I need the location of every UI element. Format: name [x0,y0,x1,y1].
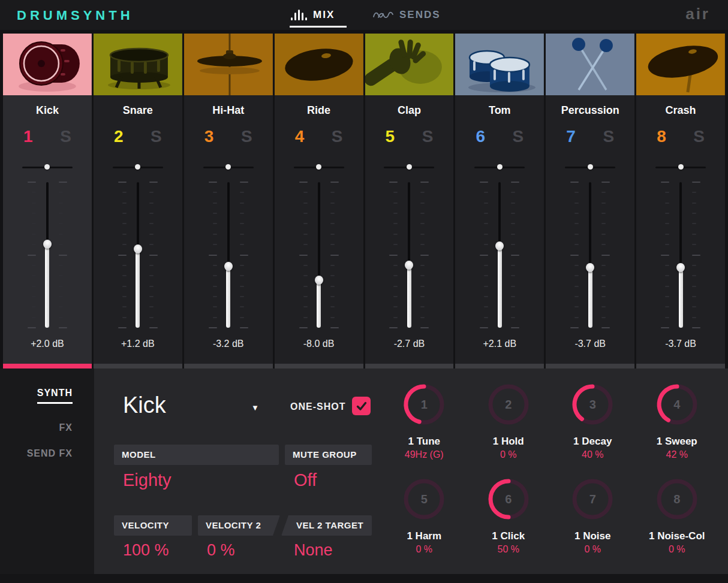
hihat-thumbnail[interactable] [184,34,273,95]
pan-slider[interactable] [474,163,525,171]
velocity-value[interactable]: 100 % [123,541,169,560]
instrument-selector[interactable]: Kick [123,392,166,418]
fader-tick [511,317,515,318]
knob-dial-7[interactable]: 7 [570,476,615,522]
fader-tick [511,223,515,224]
pan-slider[interactable] [113,163,163,171]
knob-dial-2[interactable]: 2 [486,382,531,427]
volume-fader[interactable] [636,182,725,328]
fader-tick [574,192,579,193]
one-shot-checkbox[interactable] [352,397,371,415]
pan-handle[interactable] [407,164,412,170]
knob-dial-1[interactable]: 1 [401,382,447,427]
kick-thumbnail[interactable] [3,34,92,95]
volume-fader[interactable] [365,182,454,328]
solo-button[interactable]: S [693,127,705,146]
fader-ticks-right [601,182,610,328]
volume-fader[interactable] [455,182,544,328]
pan-handle[interactable] [678,164,684,170]
knob-dial-8[interactable]: 8 [654,476,700,522]
model-field-label: MODEL [114,445,279,465]
channel-number: 6 [476,127,485,146]
tom-thumbnail[interactable] [455,34,544,95]
pan-slider[interactable] [203,163,254,171]
fader-tick [213,244,217,245]
sidebar-item-send-fx[interactable]: SEND FX [27,448,73,459]
pan-slider[interactable] [655,163,706,171]
channel-strip-tom[interactable]: Tom 6 S +2.1 dB [455,34,544,368]
fader-handle[interactable] [134,244,142,253]
pan-handle[interactable] [588,164,593,170]
snare-thumbnail[interactable] [94,34,182,95]
solo-button[interactable]: S [603,127,614,146]
solo-button[interactable]: S [241,127,252,146]
fader-handle[interactable] [43,240,52,249]
volume-fader[interactable] [184,182,273,328]
channel-strip-ride[interactable]: Ride 4 S -8.0 dB [275,34,363,368]
channel-strip-kick[interactable]: Kick 1 S +2.0 dB [3,34,92,368]
channel-strip-hi-hat[interactable]: Hi-Hat 3 S -3.2 dB [184,34,273,368]
solo-button[interactable]: S [513,127,524,146]
sidebar-item-fx[interactable]: FX [59,422,73,433]
volume-fader[interactable] [3,182,92,328]
knob-dial-5[interactable]: 5 [401,476,447,522]
mute-group-value[interactable]: Off [294,470,317,490]
pan-slider[interactable] [565,163,615,171]
pan-handle[interactable] [316,164,321,170]
solo-button[interactable]: S [60,127,71,146]
pan-handle[interactable] [497,164,503,170]
ride-thumbnail[interactable] [275,34,363,95]
dropdown-caret-icon[interactable]: ▼ [251,403,259,412]
channel-select-bar [3,364,92,368]
knob-label: 1 Decay [573,436,612,448]
fader-tick [240,244,244,245]
fader-tick [240,265,244,266]
tab-sends[interactable]: SENDS [373,0,441,30]
knob-dial-3[interactable]: 3 [570,382,615,427]
knob-label: 1 Harm [407,530,441,542]
fader-tick [601,317,606,318]
fader-handle[interactable] [495,241,504,250]
fader-handle[interactable] [676,263,685,272]
knob-dial-4[interactable]: 4 [654,382,700,427]
knob-label: 1 Click [492,530,525,542]
channel-strip-snare[interactable]: Snare 2 S +1.2 dB [94,34,182,368]
pan-slider[interactable] [22,163,73,171]
model-value[interactable]: Eighty [123,470,172,490]
pan-handle[interactable] [225,164,231,170]
solo-button[interactable]: S [332,127,343,146]
fader-handle[interactable] [315,276,323,285]
channel-strip-percussion[interactable]: Percussion 7 S -3.7 dB [546,34,634,368]
solo-button[interactable]: S [422,127,434,146]
channel-strip-crash[interactable]: Crash 8 S -3.7 dB [636,34,725,368]
fader-tick [32,317,36,318]
pan-slider[interactable] [384,163,434,171]
channel-strip-clap[interactable]: Clap 5 S -2.7 dB [365,34,454,368]
percussion-thumbnail[interactable] [546,34,634,95]
fader-tick [511,203,515,204]
crash-thumbnail[interactable] [636,34,725,95]
fader-tick [303,234,308,235]
knob-dial-6[interactable]: 6 [486,476,531,522]
fader-handle[interactable] [586,263,594,272]
knob-number: 4 [654,382,700,427]
volume-fader[interactable] [546,182,634,328]
fader-handle[interactable] [224,262,233,271]
fader-handle[interactable] [405,261,413,270]
fader-ticks-right [511,182,519,328]
solo-button[interactable]: S [151,127,162,146]
volume-fader[interactable] [275,182,363,328]
pan-slider[interactable] [294,163,344,171]
volume-fader[interactable] [94,182,182,328]
velocity2-value[interactable]: 0 % [207,541,235,560]
knob-number: 1 [401,382,447,427]
clap-thumbnail[interactable] [365,34,454,95]
sidebar-item-synth[interactable]: SYNTH [37,388,73,398]
fader-tick [213,275,217,276]
channel-select-bar [546,364,634,368]
fader-tick [665,317,669,318]
vel2-target-value[interactable]: None [294,541,333,560]
pan-handle[interactable] [135,164,140,170]
pan-handle[interactable] [44,164,50,170]
fader-tick [661,255,669,256]
